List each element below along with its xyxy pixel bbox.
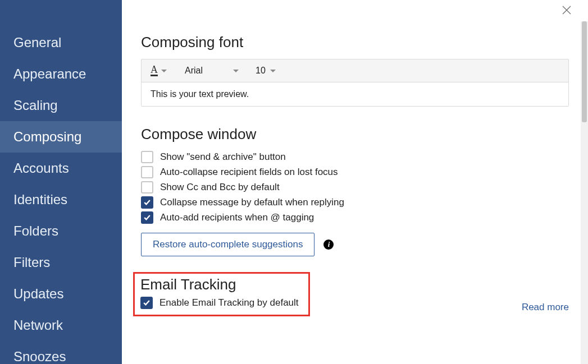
sidebar-item-updates[interactable]: Updates <box>0 278 122 310</box>
font-color-icon: A <box>151 65 158 76</box>
font-family-dropdown[interactable]: Arial <box>185 66 239 76</box>
sidebar-item-composing[interactable]: Composing <box>0 121 122 153</box>
option-label: Show Cc and Bcc by default <box>160 182 280 193</box>
info-icon[interactable]: i <box>323 239 334 250</box>
sidebar-item-scaling[interactable]: Scaling <box>0 90 122 121</box>
chevron-down-icon <box>233 70 239 72</box>
font-preview-text: This is your text preview. <box>142 82 568 106</box>
checkbox-checked-icon <box>141 211 153 224</box>
option-label: Collapse message by default when replyin… <box>160 197 344 208</box>
sidebar-item-snoozes[interactable]: Snoozes <box>0 341 122 364</box>
font-family-value: Arial <box>185 66 203 76</box>
option-auto-add-recipients[interactable]: Auto-add recipients when @ tagging <box>141 211 569 224</box>
composing-font-box: A Arial 10 This is your text preview. <box>141 59 569 107</box>
email-tracking-section: Email Tracking Enable Email Tracking by … <box>141 256 569 316</box>
option-label: Show "send & archive" button <box>160 151 286 163</box>
chevron-down-icon <box>270 70 276 72</box>
vertical-scrollbar[interactable] <box>581 21 588 364</box>
option-label: Enable Email Tracking by default <box>159 297 299 308</box>
sidebar-item-folders[interactable]: Folders <box>0 215 122 247</box>
composing-font-title: Composing font <box>141 34 569 51</box>
composing-font-toolbar: A Arial 10 <box>142 59 568 82</box>
settings-content: Composing font A Arial 10 <box>122 0 588 364</box>
settings-window: General Appearance Scaling Composing Acc… <box>0 0 588 364</box>
restore-autocomplete-button[interactable]: Restore auto-complete suggestions <box>141 233 314 256</box>
option-auto-collapse-recipients[interactable]: Auto-collapse recipient fields on lost f… <box>141 166 569 178</box>
email-tracking-read-more-link[interactable]: Read more <box>522 302 569 313</box>
font-size-dropdown[interactable]: 10 <box>256 66 276 76</box>
sidebar-item-appearance[interactable]: Appearance <box>0 58 122 90</box>
font-size-value: 10 <box>256 66 266 76</box>
sidebar-item-identities[interactable]: Identities <box>0 184 122 215</box>
checkbox-checked-icon <box>140 297 153 309</box>
option-label: Auto-collapse recipient fields on lost f… <box>160 167 338 178</box>
font-color-dropdown[interactable]: A <box>151 65 167 76</box>
settings-sidebar: General Appearance Scaling Composing Acc… <box>0 0 122 364</box>
option-enable-email-tracking[interactable]: Enable Email Tracking by default <box>140 297 303 309</box>
option-label: Auto-add recipients when @ tagging <box>160 212 314 223</box>
composing-font-section: Composing font A Arial 10 <box>141 34 569 107</box>
email-tracking-title: Email Tracking <box>140 276 303 293</box>
restore-row: Restore auto-complete suggestions i <box>141 233 569 256</box>
email-tracking-highlight: Email Tracking Enable Email Tracking by … <box>133 272 310 316</box>
checkbox-unchecked-icon <box>141 181 153 193</box>
option-collapse-message-reply[interactable]: Collapse message by default when replyin… <box>141 196 569 209</box>
sidebar-item-accounts[interactable]: Accounts <box>0 153 122 184</box>
option-show-cc-bcc[interactable]: Show Cc and Bcc by default <box>141 181 569 193</box>
checkbox-unchecked-icon <box>141 151 153 163</box>
compose-window-title: Compose window <box>141 126 569 143</box>
close-button[interactable] <box>562 6 573 17</box>
sidebar-item-network[interactable]: Network <box>0 310 122 341</box>
checkbox-checked-icon <box>141 196 153 209</box>
chevron-down-icon <box>161 70 167 72</box>
checkbox-unchecked-icon <box>141 166 153 178</box>
sidebar-item-general[interactable]: General <box>0 27 122 58</box>
close-icon <box>562 6 571 15</box>
sidebar-item-filters[interactable]: Filters <box>0 247 122 278</box>
scrollbar-thumb[interactable] <box>582 21 587 122</box>
option-send-archive[interactable]: Show "send & archive" button <box>141 151 569 163</box>
compose-window-section: Compose window Show "send & archive" but… <box>141 126 569 256</box>
